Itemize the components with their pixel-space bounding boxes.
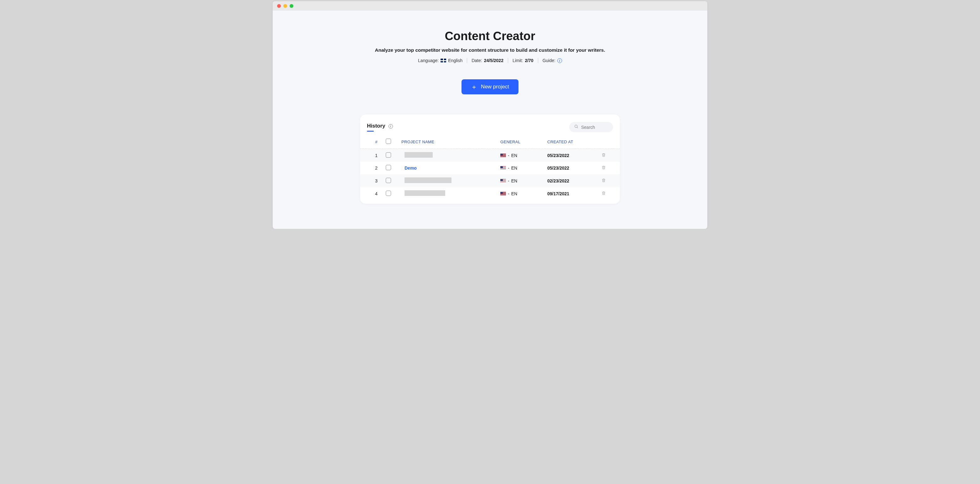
trash-icon[interactable]: [601, 166, 606, 171]
row-checkbox-cell: [386, 152, 401, 159]
table-header: # PROJECT NAME GENERAL CREATED AT: [360, 136, 620, 149]
divider: [467, 58, 467, 63]
history-table: # PROJECT NAME GENERAL CREATED AT 1-EN05…: [360, 136, 620, 200]
row-checkbox-cell: [386, 178, 401, 184]
us-flag-icon: [500, 179, 506, 183]
history-card: History i # PROJECT NAME GENERAL CREATED…: [360, 114, 620, 204]
table-row: 1-EN05/23/2022: [360, 149, 620, 162]
project-name-redacted: [404, 190, 445, 196]
general-sep: -: [508, 166, 509, 171]
table-body: 1-EN05/23/20222Demo-EN05/23/20223-EN02/2…: [360, 149, 620, 200]
plus-icon: ＋: [471, 84, 477, 90]
app-window: Content Creator Analyze your top competi…: [273, 1, 707, 229]
language-meta: Language: English: [418, 58, 463, 63]
project-name-redacted: [404, 177, 452, 183]
general-sep: -: [508, 191, 509, 196]
window-titlebar: [273, 1, 707, 11]
col-created[interactable]: CREATED AT: [547, 139, 594, 144]
language-value: English: [448, 58, 463, 63]
info-icon[interactable]: i: [557, 58, 562, 63]
row-general-cell: -EN: [500, 153, 547, 158]
general-sep: -: [508, 178, 509, 184]
date-meta: Date: 24/5/2022: [471, 58, 503, 63]
limit-meta: Limit: 2/70: [512, 58, 533, 63]
history-header: History i: [360, 122, 620, 136]
trash-icon[interactable]: [601, 178, 606, 184]
content-area: Content Creator Analyze your top competi…: [273, 11, 707, 229]
general-sep: -: [508, 153, 509, 158]
guide-meta: Guide: i: [542, 58, 562, 63]
table-row: 3-EN02/23/2022: [360, 174, 620, 187]
col-num: #: [367, 139, 386, 144]
col-checkbox: [386, 139, 401, 145]
table-row: 2Demo-EN05/23/2022: [360, 162, 620, 174]
page-subtitle: Analyze your top competitor website for …: [285, 47, 695, 53]
row-name-cell: [401, 152, 500, 159]
info-icon[interactable]: i: [388, 124, 393, 129]
window-close-icon[interactable]: [277, 4, 281, 8]
history-title: History: [367, 123, 385, 132]
us-flag-icon: [500, 192, 506, 196]
row-created-cell: 02/23/2022: [547, 178, 594, 184]
row-actions-cell: [594, 153, 613, 158]
window-maximize-icon[interactable]: [290, 4, 293, 8]
us-flag-icon: [500, 166, 506, 170]
row-actions-cell: [594, 178, 613, 184]
row-checkbox[interactable]: [386, 152, 391, 158]
row-number: 3: [367, 178, 386, 184]
row-general-cell: -EN: [500, 178, 547, 184]
page-title: Content Creator: [285, 29, 695, 43]
history-title-wrap: History i: [367, 123, 393, 132]
page-header: Content Creator Analyze your top competi…: [285, 29, 695, 63]
window-minimize-icon[interactable]: [283, 4, 287, 8]
uk-flag-icon: [441, 59, 446, 62]
row-number: 1: [367, 153, 386, 158]
date-value: 24/5/2022: [484, 58, 503, 63]
date-label: Date:: [471, 58, 482, 63]
svg-line-1: [577, 127, 578, 128]
row-name-cell: [401, 177, 500, 184]
divider: [538, 58, 538, 63]
row-general-cell: -EN: [500, 191, 547, 196]
select-all-checkbox[interactable]: [386, 139, 391, 144]
trash-icon[interactable]: [601, 191, 606, 196]
col-name[interactable]: PROJECT NAME: [401, 139, 500, 144]
row-checkbox-cell: [386, 190, 401, 197]
divider: [508, 58, 508, 63]
limit-label: Limit:: [512, 58, 523, 63]
new-project-label: New project: [481, 84, 509, 90]
new-project-button[interactable]: ＋ New project: [461, 79, 519, 94]
row-checkbox[interactable]: [386, 178, 391, 183]
search-wrap[interactable]: [569, 122, 613, 132]
search-icon: [574, 125, 579, 130]
row-name-cell: [401, 190, 500, 197]
row-checkbox-cell: [386, 165, 401, 171]
table-row: 4-EN09/17/2021: [360, 187, 620, 200]
row-number: 4: [367, 191, 386, 196]
meta-row: Language: English Date: 24/5/2022 Limit:…: [285, 58, 695, 63]
project-link[interactable]: Demo: [404, 166, 417, 171]
row-checkbox[interactable]: [386, 190, 391, 196]
general-code: EN: [511, 191, 517, 196]
row-general-cell: -EN: [500, 166, 547, 171]
limit-value: 2/70: [525, 58, 533, 63]
trash-icon[interactable]: [601, 153, 606, 158]
us-flag-icon: [500, 153, 506, 157]
svg-point-0: [575, 125, 578, 128]
general-code: EN: [511, 166, 517, 171]
general-code: EN: [511, 153, 517, 158]
guide-label: Guide:: [542, 58, 555, 63]
row-number: 2: [367, 166, 386, 171]
general-code: EN: [511, 178, 517, 184]
col-general[interactable]: GENERAL: [500, 139, 547, 144]
row-checkbox[interactable]: [386, 165, 391, 170]
language-label: Language:: [418, 58, 439, 63]
row-actions-cell: [594, 165, 613, 171]
row-created-cell: 09/17/2021: [547, 191, 594, 196]
row-created-cell: 05/23/2022: [547, 153, 594, 158]
search-input[interactable]: [581, 125, 608, 130]
row-name-cell: Demo: [401, 166, 500, 171]
row-actions-cell: [594, 191, 613, 196]
project-name-redacted: [404, 152, 433, 158]
row-created-cell: 05/23/2022: [547, 166, 594, 171]
